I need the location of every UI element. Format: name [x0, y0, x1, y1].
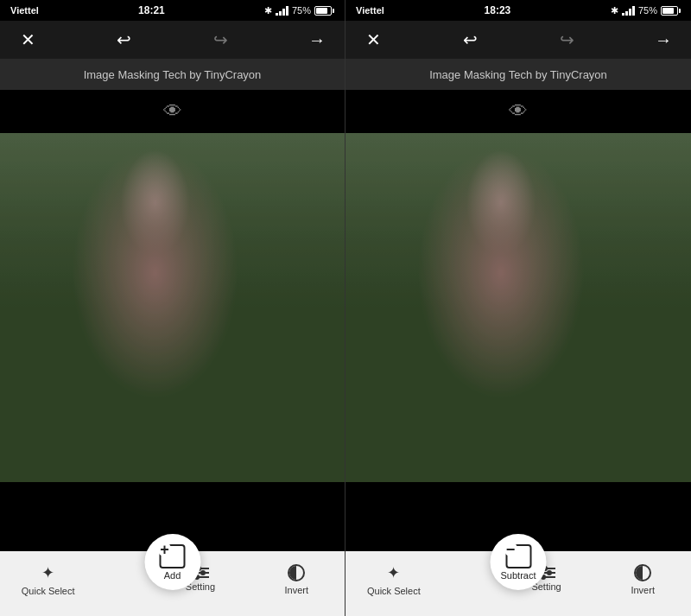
left-quick-select-item[interactable]: ✦ Quick Select: [0, 563, 96, 596]
right-battery-pct: 75%: [638, 5, 657, 16]
left-app-title-bar: Image Masking Tech by TinyCrayon: [0, 59, 345, 90]
right-subtract-icon: [505, 544, 531, 568]
left-add-icon: [160, 544, 186, 568]
signal-bar-2: [279, 11, 282, 16]
right-app-title: Image Masking Tech by TinyCrayon: [429, 68, 607, 81]
right-toolbar: ✕ ↩ ↪ →: [346, 21, 691, 59]
right-undo-button[interactable]: ↩: [456, 26, 484, 54]
left-app-title: Image Masking Tech by TinyCrayon: [84, 68, 262, 81]
right-bluetooth-icon: ✱: [611, 5, 618, 16]
left-invert-label: Invert: [285, 585, 309, 595]
left-fab-label: Add: [164, 570, 181, 581]
right-battery-icon: [661, 6, 681, 16]
right-quick-select-label: Quick Select: [367, 586, 421, 596]
left-eye-bar[interactable]: 👁: [0, 90, 345, 133]
left-quick-select-label: Quick Select: [22, 586, 75, 596]
right-time: 18:23: [485, 4, 511, 16]
left-panel: Viettel 18:21 ✱ 75% ✕ ↩ ↪: [0, 0, 346, 616]
left-battery-pct: 75%: [292, 5, 311, 16]
right-quick-select-item[interactable]: ✦ Quick Select: [346, 563, 442, 596]
right-quick-select-icon: ✦: [387, 563, 400, 582]
right-signal-bar-4: [632, 6, 635, 16]
right-invert-icon: [634, 564, 651, 581]
right-status-bar: Viettel 18:23 ✱ 75%: [346, 0, 691, 21]
left-bluetooth-icon: ✱: [264, 5, 272, 16]
signal-bar-1: [276, 13, 278, 16]
right-redo-button[interactable]: ↪: [553, 26, 580, 54]
left-add-fab[interactable]: Add: [144, 534, 200, 590]
left-signal-bars: [276, 5, 288, 16]
right-forward-button[interactable]: →: [650, 26, 677, 54]
left-carrier: Viettel: [10, 5, 39, 16]
right-image-area: [346, 133, 691, 482]
app-container: Viettel 18:21 ✱ 75% ✕ ↩ ↪: [0, 0, 691, 616]
right-subtract-fab[interactable]: Subtract: [491, 534, 547, 590]
left-image-area: [0, 133, 345, 482]
left-photo: [0, 133, 345, 482]
right-eye-icon[interactable]: 👁: [509, 100, 528, 123]
left-invert-icon: [288, 564, 305, 581]
left-battery-icon: [314, 6, 334, 16]
left-toolbar: ✕ ↩ ↪ →: [0, 21, 345, 59]
right-carrier: Viettel: [356, 5, 384, 16]
right-invert-label: Invert: [631, 585, 655, 595]
left-redo-button[interactable]: ↪: [206, 26, 234, 54]
right-fab-label: Subtract: [501, 570, 536, 581]
right-eye-bar[interactable]: 👁: [346, 90, 691, 133]
right-signal-bar-2: [625, 11, 628, 16]
left-forward-button[interactable]: →: [303, 26, 331, 54]
right-bottom-toolbar: Subtract ✦ Quick Select Setting Invert: [346, 551, 691, 616]
right-panel: Viettel 18:23 ✱ 75% ✕ ↩ ↪: [346, 0, 691, 616]
left-invert-item[interactable]: Invert: [249, 564, 345, 595]
right-invert-item[interactable]: Invert: [594, 564, 691, 595]
left-quick-select-icon: ✦: [41, 563, 54, 582]
right-app-title-bar: Image Masking Tech by TinyCrayon: [346, 59, 691, 90]
right-signal-bar-1: [622, 13, 624, 16]
right-signal-bars: [622, 5, 635, 16]
left-status-bar: Viettel 18:21 ✱ 75%: [0, 0, 345, 21]
left-status-right: ✱ 75%: [264, 5, 334, 16]
right-status-right: ✱ 75%: [611, 5, 681, 16]
right-close-button[interactable]: ✕: [359, 26, 387, 54]
right-signal-bar-3: [629, 9, 631, 16]
left-eye-icon[interactable]: 👁: [163, 100, 182, 123]
right-photo: [346, 133, 691, 482]
left-close-button[interactable]: ✕: [14, 26, 41, 54]
signal-bar-4: [286, 6, 288, 16]
signal-bar-3: [282, 9, 285, 16]
left-undo-button[interactable]: ↩: [111, 26, 138, 54]
left-bottom-toolbar: Add ✦ Quick Select Setting Invert: [0, 551, 345, 616]
left-time: 18:21: [138, 4, 165, 16]
